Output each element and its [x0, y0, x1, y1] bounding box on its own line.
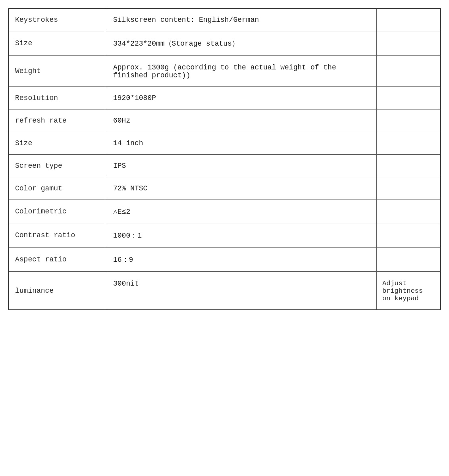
- cell-value-screen-type: IPS: [105, 155, 377, 177]
- cell-label-keystrokes: Keystrokes: [9, 9, 105, 31]
- specs-table: KeystrokesSilkscreen content: English/Ge…: [8, 8, 441, 310]
- table-row: Contrast ratio1000：1: [9, 223, 440, 248]
- cell-label-size1: Size: [9, 31, 105, 55]
- table-row: Size334*223*20mm（Storage status）: [9, 31, 440, 56]
- cell-label-colorimetric: Colorimetric: [9, 200, 105, 223]
- cell-value-size2: 14 inch: [105, 132, 377, 154]
- cell-label-size2: Size: [9, 132, 105, 154]
- table-row: luminance300nitAdjust brightness on keyp…: [9, 272, 440, 309]
- cell-note-resolution: [377, 87, 440, 109]
- cell-value-keystrokes: Silkscreen content: English/German: [105, 9, 377, 31]
- cell-value-color-gamut: 72% NTSC: [105, 177, 377, 200]
- cell-value-colorimetric: △E≤2: [105, 200, 377, 223]
- cell-label-refresh-rate: refresh rate: [9, 109, 105, 132]
- table-row: Colorimetric△E≤2: [9, 200, 440, 223]
- table-row: KeystrokesSilkscreen content: English/Ge…: [9, 9, 440, 31]
- cell-note-size2: [377, 132, 440, 154]
- cell-value-size1: 334*223*20mm（Storage status）: [105, 31, 377, 55]
- cell-note-keystrokes: [377, 9, 440, 31]
- table-row: Size14 inch: [9, 132, 440, 155]
- table-row: Aspect ratio16：9: [9, 248, 440, 272]
- cell-note-refresh-rate: [377, 109, 440, 132]
- table-row: refresh rate60Hz: [9, 109, 440, 132]
- cell-note-weight: [377, 56, 440, 86]
- cell-value-luminance: 300nit: [105, 272, 377, 309]
- cell-note-colorimetric: [377, 200, 440, 223]
- table-row: Resolution1920*1080P: [9, 87, 440, 109]
- cell-label-luminance: luminance: [9, 272, 105, 309]
- cell-value-resolution: 1920*1080P: [105, 87, 377, 109]
- cell-note-luminance: Adjust brightness on keypad: [377, 272, 440, 309]
- cell-value-refresh-rate: 60Hz: [105, 109, 377, 132]
- cell-label-contrast-ratio: Contrast ratio: [9, 223, 105, 247]
- cell-value-weight: Approx. 1300g (according to the actual w…: [105, 56, 377, 86]
- cell-label-color-gamut: Color gamut: [9, 177, 105, 200]
- cell-note-size1: [377, 31, 440, 55]
- table-row: Color gamut72% NTSC: [9, 177, 440, 200]
- cell-value-contrast-ratio: 1000：1: [105, 223, 377, 247]
- cell-value-aspect-ratio: 16：9: [105, 248, 377, 271]
- cell-label-resolution: Resolution: [9, 87, 105, 109]
- cell-label-aspect-ratio: Aspect ratio: [9, 248, 105, 271]
- table-row: WeightApprox. 1300g (according to the ac…: [9, 56, 440, 87]
- table-row: Screen typeIPS: [9, 155, 440, 177]
- cell-note-aspect-ratio: [377, 248, 440, 271]
- cell-note-color-gamut: [377, 177, 440, 200]
- cell-label-weight: Weight: [9, 56, 105, 86]
- cell-label-screen-type: Screen type: [9, 155, 105, 177]
- cell-note-contrast-ratio: [377, 223, 440, 247]
- cell-note-screen-type: [377, 155, 440, 177]
